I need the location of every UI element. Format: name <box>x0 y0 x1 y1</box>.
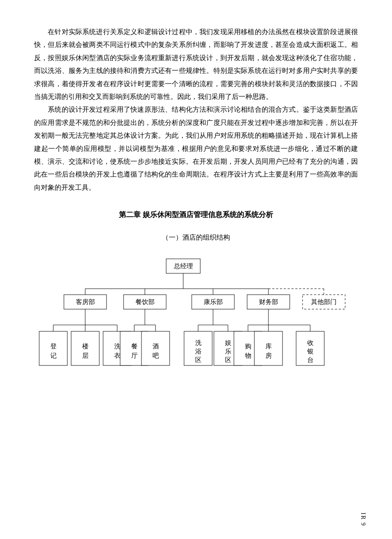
svg-text:餐: 餐 <box>131 343 138 350</box>
svg-text:客房部: 客房部 <box>76 298 95 305</box>
svg-text:酒: 酒 <box>153 343 159 350</box>
svg-text:总经理: 总经理 <box>173 263 193 270</box>
svg-text:娱: 娱 <box>225 339 231 346</box>
svg-text:财务部: 财务部 <box>259 298 278 305</box>
org-chart-svg: 总经理 客房部 餐饮部 康乐部 财务部 <box>34 255 358 459</box>
paragraph-1: 在针对实际系统进行关系定义和逻辑设计过程中，我们发现采用移植的办法虽然在模块设置… <box>34 26 358 103</box>
svg-text:洗: 洗 <box>114 343 121 350</box>
document-page: 在针对实际系统进行关系定义和逻辑设计过程中，我们发现采用移植的办法虽然在模块设置… <box>0 0 392 539</box>
svg-text:康乐部: 康乐部 <box>204 298 223 305</box>
svg-text:洗: 洗 <box>195 339 202 346</box>
paragraph-2-text: 系统的设计开发过程采用了快速原形法、结构化方法和演示讨论相结合的混合方式。鉴于这… <box>34 106 358 191</box>
svg-text:层: 层 <box>82 352 89 359</box>
svg-text:区: 区 <box>195 356 202 363</box>
svg-text:区: 区 <box>225 356 231 363</box>
svg-text:衣: 衣 <box>114 352 121 359</box>
svg-text:厅: 厅 <box>131 352 138 359</box>
svg-text:物: 物 <box>245 352 251 359</box>
page-number-side: IR 9 <box>360 513 366 527</box>
org-chart: 总经理 客房部 餐饮部 康乐部 财务部 <box>34 255 358 459</box>
svg-text:乐: 乐 <box>225 348 231 355</box>
svg-text:浴: 浴 <box>195 348 202 355</box>
svg-text:记: 记 <box>50 352 57 359</box>
svg-text:收: 收 <box>307 339 314 346</box>
svg-text:楼: 楼 <box>82 343 89 350</box>
svg-text:购: 购 <box>245 343 251 350</box>
svg-text:登: 登 <box>50 343 57 350</box>
svg-text:其他部门: 其他部门 <box>311 298 337 305</box>
svg-text:房: 房 <box>265 352 272 359</box>
page-number-text: IR 9 <box>360 513 366 527</box>
section-title: （一）酒店的组织结构 <box>34 231 358 244</box>
paragraph-2: 系统的设计开发过程采用了快速原形法、结构化方法和演示讨论相结合的混合方式。鉴于这… <box>34 103 358 194</box>
paragraph-1-text: 在针对实际系统进行关系定义和逻辑设计过程中，我们发现采用移植的办法虽然在模块设置… <box>34 28 358 100</box>
svg-text:吧: 吧 <box>153 352 159 359</box>
svg-text:餐饮部: 餐饮部 <box>135 298 155 305</box>
svg-text:库: 库 <box>265 343 272 350</box>
svg-text:银: 银 <box>307 348 314 355</box>
svg-text:台: 台 <box>307 356 314 363</box>
chapter-title: 第二章 娱乐休闲型酒店管理信息系统的系统分析 <box>34 208 358 222</box>
